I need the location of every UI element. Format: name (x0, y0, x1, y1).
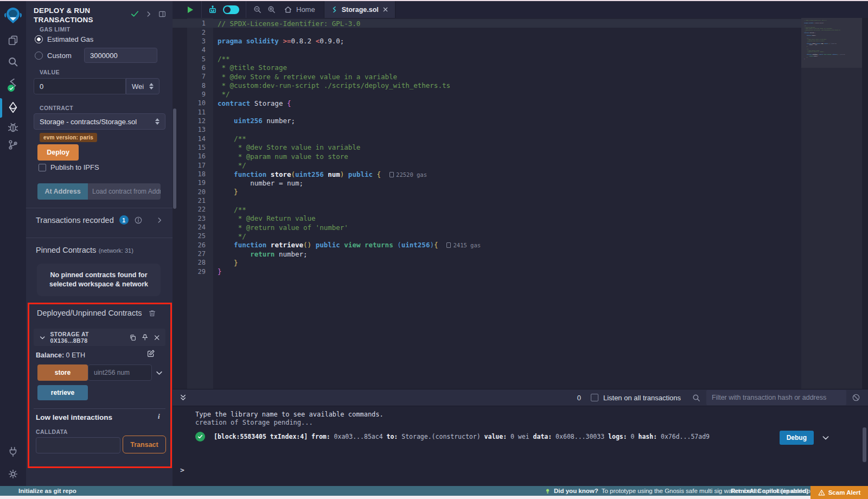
code-line[interactable]: 24 * @return value of 'number' (173, 223, 801, 232)
code-line[interactable]: 6 * @title Storage (173, 63, 801, 72)
code-line[interactable]: 12 uint256 number; (173, 117, 801, 125)
transact-button[interactable]: Transact (123, 436, 166, 453)
at-address-input[interactable]: Load contract from Addre (88, 183, 161, 200)
deploy-button[interactable]: Deploy (37, 144, 79, 161)
terminal-scrollbar[interactable] (863, 427, 866, 462)
copy-icon[interactable] (129, 334, 137, 342)
panel-pin-view-icon[interactable] (158, 10, 167, 18)
collapse-terminal-icon[interactable] (179, 394, 187, 402)
file-explorer-icon[interactable] (0, 34, 26, 46)
copilot-toggle[interactable] (223, 5, 239, 14)
ai-robot-icon[interactable] (208, 5, 218, 15)
transaction-log-row[interactable]: [block:5583405 txIndex:4] from: 0xa03...… (195, 432, 710, 442)
code-line[interactable]: 25 */ (173, 232, 801, 240)
git-icon[interactable] (0, 139, 26, 151)
terminal-prompt[interactable]: > (180, 466, 184, 474)
chevron-down-icon[interactable] (821, 433, 830, 442)
tab-storage-sol[interactable]: Storage.sol (324, 1, 395, 18)
publish-ipfs-checkbox[interactable] (39, 164, 46, 171)
terminal-line: creation of Storage pending... (195, 419, 384, 427)
copilot-status[interactable]: RemixAI Copilot (enabled) (731, 486, 808, 496)
code-line[interactable]: 13 (173, 125, 801, 134)
code-line[interactable]: 23 * @dev Return value (173, 214, 801, 223)
run-script-icon[interactable] (186, 5, 194, 14)
code-line[interactable]: 7 * @dev Store & retrieve value in a var… (173, 72, 801, 81)
plugin-manager-icon[interactable] (0, 446, 26, 458)
panel-title: DEPLOY & RUN TRANSACTIONS (34, 6, 129, 24)
panel-scrollbar[interactable] (173, 108, 176, 209)
status-bar: Initialize as git repo Did you know? To … (0, 486, 868, 496)
home-tab[interactable]: Home (284, 5, 315, 14)
at-address-button[interactable]: At Address (37, 183, 88, 200)
info-icon[interactable] (134, 216, 143, 225)
scam-alert-button[interactable]: Scam Alert (810, 486, 868, 499)
code-line[interactable]: 8 * @custom:dev-run-script ./scripts/dep… (173, 81, 801, 89)
settings-gear-icon[interactable] (0, 468, 26, 480)
value-unit-select[interactable]: Wei (126, 78, 159, 94)
solidity-compiler-icon[interactable] (0, 78, 26, 89)
close-icon[interactable] (154, 334, 160, 341)
line-number: 16 (173, 152, 213, 160)
code-line[interactable]: 17 */ (173, 161, 801, 170)
info-icon[interactable]: i (158, 412, 160, 421)
contract-select[interactable]: Storage - contracts/Storage.sol (34, 113, 165, 130)
code-line[interactable]: 11 (173, 107, 801, 116)
store-arg-input[interactable]: uint256 num (88, 364, 152, 381)
tab-close-icon[interactable] (382, 7, 388, 12)
calldata-input[interactable] (36, 437, 120, 453)
debug-button[interactable]: Debug (780, 431, 814, 445)
code-line[interactable]: 16 * @param num value to store (173, 152, 801, 161)
code-line[interactable]: 4 (173, 46, 801, 54)
chevron-down-icon[interactable] (155, 369, 163, 377)
panel-expand-icon[interactable] (145, 10, 152, 18)
code-line[interactable]: 18 function store(uint256 num) public {2… (173, 170, 801, 178)
code-line[interactable]: 1// SPDX-License-Identifier: GPL-3.0 (173, 19, 801, 28)
code-editor[interactable]: 1// SPDX-License-Identifier: GPL-3.023pr… (173, 18, 868, 389)
code-line[interactable]: 28 } (173, 258, 801, 267)
estimated-gas-radio[interactable] (35, 35, 43, 43)
retrieve-button[interactable]: retrieve (37, 385, 88, 400)
code-line[interactable]: 5/** (173, 54, 801, 63)
code-block[interactable]: 1// SPDX-License-Identifier: GPL-3.023pr… (173, 19, 801, 276)
search-icon[interactable] (692, 393, 701, 402)
code-line[interactable]: 26 function retrieve() public view retur… (173, 241, 801, 250)
chevron-down-icon[interactable] (39, 334, 46, 341)
trash-icon[interactable] (148, 309, 156, 317)
code-line[interactable]: 19 number = num; (173, 178, 801, 187)
chevron-right-icon[interactable] (156, 216, 163, 224)
deploy-and-run-icon[interactable] (0, 101, 26, 113)
zoom-in-icon[interactable] (267, 5, 276, 14)
filter-transactions-input[interactable]: Filter with transaction hash or address (706, 390, 846, 405)
transactions-recorded-row[interactable]: Transactions recorded 1 (36, 215, 163, 225)
code-line[interactable]: 15 * @dev Store value in variable (173, 143, 801, 152)
clear-terminal-icon[interactable] (852, 393, 860, 402)
code-line[interactable]: 10contract Storage { (173, 99, 801, 107)
terminal[interactable]: Type the library name to see available c… (173, 407, 868, 486)
debugger-icon[interactable] (0, 121, 26, 133)
line-number: 28 (173, 259, 213, 266)
code-line[interactable]: 20 } (173, 188, 801, 196)
edit-icon[interactable] (146, 349, 155, 358)
listen-all-checkbox[interactable] (591, 394, 598, 401)
custom-gas-input[interactable]: 3000000 (84, 48, 157, 63)
zoom-out-icon[interactable] (253, 5, 262, 14)
code-line[interactable]: 29} (173, 267, 801, 276)
search-icon[interactable] (0, 56, 26, 68)
custom-gas-radio[interactable] (35, 52, 43, 60)
code-line[interactable]: 27 return number; (173, 250, 801, 258)
contract-instance-header[interactable]: STORAGE AT 0X136...8B78 (34, 329, 165, 346)
code-line[interactable]: 21 (173, 196, 801, 205)
editor-scrollbar[interactable] (862, 18, 868, 389)
store-button[interactable]: store (37, 364, 88, 381)
code-line[interactable]: 9 */ (173, 90, 801, 99)
code-line[interactable]: 14 /** (173, 134, 801, 143)
minimap[interactable]: // SPDX-License-Identifier: GPL-3.0pragm… (801, 18, 862, 389)
remix-logo[interactable] (0, 5, 26, 25)
code-line[interactable]: 3pragma solidity >=0.8.2 <0.9.0; (173, 37, 801, 46)
pin-icon[interactable] (141, 334, 149, 342)
git-init-button[interactable]: Initialize as git repo (18, 486, 76, 496)
code-line[interactable]: 22 /** (173, 205, 801, 214)
code-line[interactable]: 2 (173, 28, 801, 36)
divider (26, 208, 173, 208)
value-input[interactable]: 0 (34, 78, 126, 94)
